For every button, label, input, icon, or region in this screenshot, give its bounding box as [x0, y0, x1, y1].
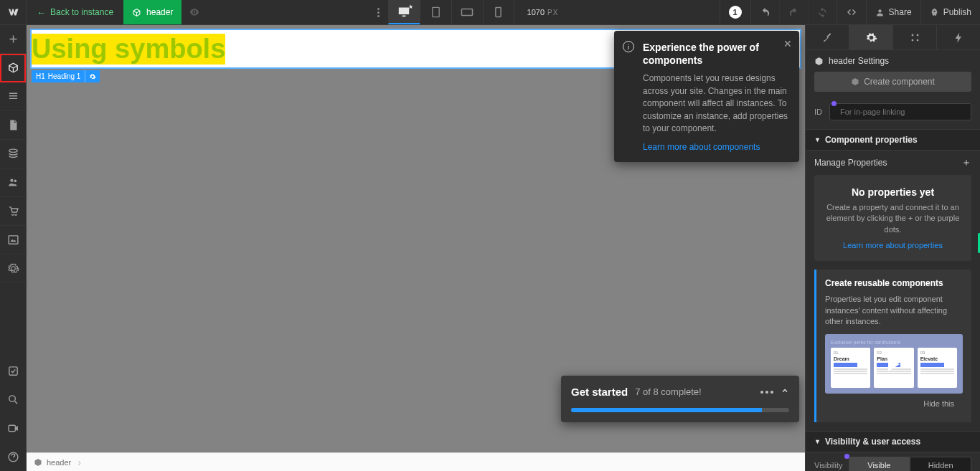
sidebar-video[interactable] [0, 414, 26, 442]
noprop-title: No properties yet [821, 186, 964, 198]
preview-button[interactable] [182, 0, 207, 24]
share-label: Share [889, 7, 912, 17]
visibility-hidden[interactable]: Hidden [910, 457, 971, 471]
cube-icon [7, 62, 19, 74]
settings-header: header Settings [806, 50, 980, 72]
create-component-button[interactable]: Create component [814, 72, 971, 92]
breadcrumb: header › [27, 452, 805, 471]
breakpoint-landscape[interactable] [451, 0, 483, 24]
visibility-visible[interactable]: Visible [849, 457, 910, 471]
sidebar-settings[interactable] [0, 254, 26, 283]
sidebar-search[interactable] [0, 385, 26, 414]
gear-icon [7, 262, 19, 275]
sidebar-help[interactable] [0, 442, 26, 471]
element-settings-button[interactable] [85, 70, 100, 82]
gear-icon [89, 73, 96, 80]
sidebar-audit[interactable] [0, 356, 26, 385]
sync-button[interactable] [808, 0, 837, 24]
close-tooltip-button[interactable]: ✕ [783, 38, 792, 49]
sidebar-navigator[interactable] [0, 82, 26, 111]
tutorial-thumbnail[interactable]: Exclusive perks for cardholders 01Dream … [825, 334, 963, 394]
redo-icon [788, 7, 799, 18]
brush-icon [821, 32, 834, 44]
get-started-title: Get started [571, 386, 628, 398]
breakpoint-mobile[interactable] [483, 0, 514, 24]
visibility-label: Visibility [814, 461, 843, 470]
get-started-menu[interactable] [760, 391, 773, 394]
cube-icon [132, 8, 141, 17]
create-components-card: Create reusable components Properties le… [814, 270, 971, 422]
person-icon [875, 8, 885, 17]
get-started-collapse[interactable] [781, 386, 789, 397]
chevron-down-icon: ▼ [814, 136, 821, 143]
property-dot-icon[interactable] [831, 101, 837, 106]
sidebar-users[interactable] [0, 168, 26, 197]
bolt-icon [953, 32, 965, 44]
breadcrumb-item[interactable]: header [47, 458, 71, 467]
star-icon: ★ [408, 4, 413, 10]
panel-tab-style[interactable] [806, 25, 849, 49]
canvas-width-display[interactable]: 1070 PX [514, 0, 559, 24]
share-button[interactable]: Share [866, 0, 920, 24]
play-icon [825, 334, 963, 394]
add-property-button[interactable]: ＋ [961, 156, 971, 169]
sidebar-ecommerce[interactable] [0, 197, 26, 226]
panel-tab-settings[interactable] [849, 25, 893, 49]
tooltip-link[interactable]: Learn more about components [643, 142, 789, 152]
gear-icon [865, 32, 877, 44]
element-tag[interactable]: H1 Heading 1 [32, 70, 85, 82]
undo-button[interactable] [750, 0, 779, 24]
panel-tab-effects[interactable] [937, 25, 980, 49]
sidebar-pages[interactable] [0, 111, 26, 140]
publish-button[interactable]: Publish [920, 0, 980, 24]
more-breakpoints-button[interactable] [369, 0, 388, 24]
manage-properties-label: Manage Properties [814, 158, 887, 168]
check-icon [7, 365, 19, 377]
section-visibility[interactable]: ▼ Visibility & user access [806, 431, 980, 452]
webflow-logo[interactable] [0, 0, 27, 24]
sync-icon [817, 7, 828, 18]
image-icon [7, 234, 19, 246]
create-component-label: Create component [864, 77, 935, 87]
back-to-instance-link[interactable]: ← Back to instance [27, 0, 123, 24]
notification-badge: 1 [729, 6, 742, 19]
svg-rect-9 [9, 425, 15, 432]
id-label: ID [814, 108, 822, 116]
publish-label: Publish [943, 7, 971, 17]
tag-label: Heading 1 [48, 72, 81, 80]
tab-label: header [146, 7, 173, 17]
width-unit: PX [547, 9, 558, 16]
svg-rect-7 [9, 366, 17, 374]
sidebar-add[interactable] [0, 25, 26, 54]
sidebar-cms[interactable] [0, 140, 26, 168]
sidebar-components[interactable] [0, 54, 26, 82]
noprop-link[interactable]: Learn more about properties [821, 241, 964, 249]
search-icon [7, 394, 19, 406]
component-tab-header[interactable]: header [123, 0, 182, 24]
eye-icon [189, 6, 200, 18]
export-code-button[interactable] [837, 0, 866, 24]
id-input[interactable] [829, 103, 971, 120]
section-component-properties[interactable]: ▼ Component properties [806, 129, 980, 151]
tooltip-title: Experience the power of components [643, 41, 789, 67]
notifications-button[interactable]: 1 [720, 0, 750, 24]
cube-icon [34, 458, 42, 467]
breakpoint-tablet[interactable] [420, 0, 451, 24]
plus-icon [7, 33, 19, 45]
section-label: Visibility & user access [825, 437, 920, 447]
get-started-subtitle: 7 of 8 complete! [635, 386, 702, 397]
sidebar-assets[interactable] [0, 226, 26, 254]
chevron-down-icon: ▼ [814, 438, 821, 445]
breakpoint-desktop[interactable]: ★ [388, 0, 420, 24]
svg-rect-6 [9, 236, 18, 244]
svg-point-14 [916, 39, 918, 41]
panel-tab-interactions[interactable] [893, 25, 937, 49]
hide-card-button[interactable]: Hide this [825, 394, 963, 414]
redo-button[interactable] [779, 0, 808, 24]
canvas-heading[interactable]: Using symbols [32, 34, 225, 65]
section-label: Component properties [825, 135, 918, 145]
svg-point-13 [911, 39, 913, 41]
visibility-toggle[interactable]: Visible Hidden [849, 457, 971, 471]
settings-label: header Settings [829, 56, 889, 66]
help-icon [7, 451, 19, 463]
